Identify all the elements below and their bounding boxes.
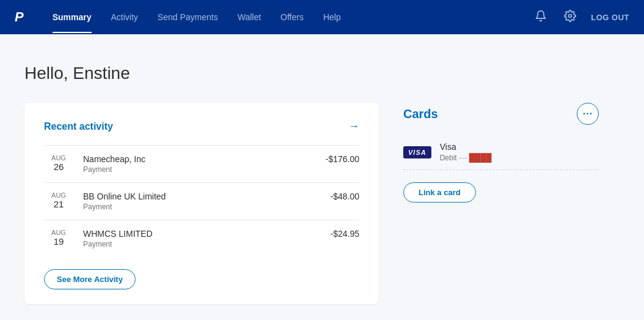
table-row: AUG 26 Namecheap, Inc Payment -$176.00 xyxy=(44,145,359,182)
transaction-date-3: AUG 19 xyxy=(44,229,73,247)
transaction-day-2: 21 xyxy=(44,199,73,209)
table-row: AUG 21 BB Online UK Limited Payment -$48… xyxy=(44,182,359,220)
transaction-info-1: Namecheap, Inc Payment xyxy=(83,154,326,174)
notification-bell-button[interactable] xyxy=(532,7,549,28)
nav-link-help[interactable]: Help xyxy=(313,1,351,33)
transaction-day-3: 19 xyxy=(44,236,73,247)
visa-logo: VISA xyxy=(403,146,431,158)
transaction-month-1: AUG xyxy=(44,154,73,162)
transaction-info-2: BB Online UK Limited Payment xyxy=(83,192,331,211)
transaction-name-1: Namecheap, Inc xyxy=(83,154,326,164)
card-brand: Visa xyxy=(440,142,492,152)
nav-link-summary[interactable]: Summary xyxy=(43,1,101,33)
transaction-name-3: WHMCS LIMITED xyxy=(83,229,331,239)
transaction-month-3: AUG xyxy=(44,229,73,236)
card-entry-visa: VISA Visa Debit ···· ████ xyxy=(403,135,599,170)
transaction-amount-2: -$48.00 xyxy=(331,192,359,201)
transaction-month-2: AUG xyxy=(44,192,73,199)
main-content: Hello, Enstine Recent activity → AUG 26 … xyxy=(0,34,644,320)
content-grid: Recent activity → AUG 26 Namecheap, Inc … xyxy=(24,103,620,304)
nav-links: Summary Activity Send Payments Wallet Of… xyxy=(43,1,533,33)
activity-arrow-icon[interactable]: → xyxy=(348,120,359,133)
transaction-date-2: AUG 21 xyxy=(44,192,73,209)
logout-button[interactable]: LOG OUT xyxy=(591,13,629,22)
nav-link-send-payments[interactable]: Send Payments xyxy=(148,1,228,33)
activity-card: Recent activity → AUG 26 Namecheap, Inc … xyxy=(24,103,379,304)
transaction-amount-1: -$176.00 xyxy=(326,154,359,164)
nav-link-offers[interactable]: Offers xyxy=(271,1,313,33)
activity-header: Recent activity → xyxy=(44,120,359,133)
svg-point-0 xyxy=(569,14,572,17)
link-a-card-button[interactable]: Link a card xyxy=(403,182,476,203)
transaction-type-2: Payment xyxy=(83,203,331,211)
nav-right: LOG OUT xyxy=(532,7,629,28)
table-row: AUG 19 WHMCS LIMITED Payment -$24.95 xyxy=(44,220,359,257)
cards-panel: Cards ··· VISA Visa Debit ···· ████ Link… xyxy=(403,103,599,203)
transaction-amount-3: -$24.95 xyxy=(331,229,359,239)
card-details: Visa Debit ···· ████ xyxy=(440,142,492,162)
paypal-logo: P xyxy=(15,9,23,25)
transaction-type-3: Payment xyxy=(83,240,331,248)
transaction-info-3: WHMCS LIMITED Payment xyxy=(83,229,331,248)
transaction-type-1: Payment xyxy=(83,165,326,174)
transaction-day-1: 26 xyxy=(44,162,73,172)
transaction-name-2: BB Online UK Limited xyxy=(83,192,331,201)
activity-title: Recent activity xyxy=(44,121,113,132)
nav-link-wallet[interactable]: Wallet xyxy=(228,1,271,33)
greeting-heading: Hello, Enstine xyxy=(24,64,620,83)
cards-more-options-button[interactable]: ··· xyxy=(577,103,599,125)
navbar: P Summary Activity Send Payments Wallet … xyxy=(0,0,644,34)
transaction-date-1: AUG 26 xyxy=(44,154,73,172)
card-number: Debit ···· ████ xyxy=(440,153,492,162)
see-more-activity-button[interactable]: See More Activity xyxy=(44,269,136,289)
settings-gear-button[interactable] xyxy=(562,7,579,28)
nav-link-activity[interactable]: Activity xyxy=(101,1,148,33)
cards-header: Cards ··· xyxy=(403,103,599,125)
cards-title: Cards xyxy=(403,107,438,121)
